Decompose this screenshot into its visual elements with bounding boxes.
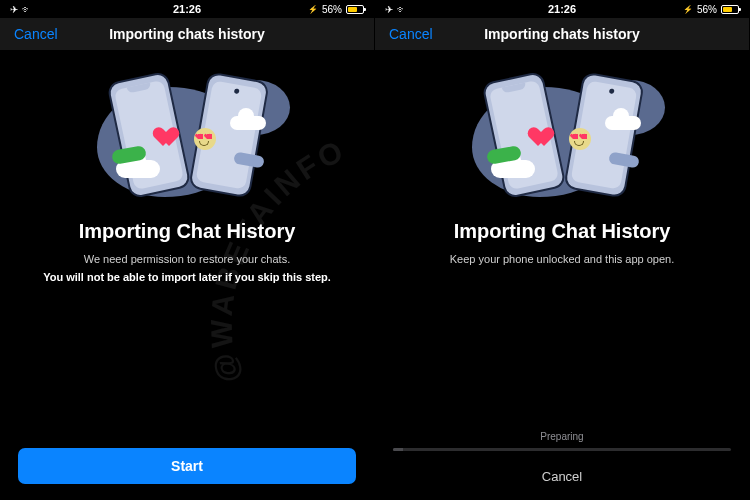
nav-cancel-button[interactable]: Cancel [0, 26, 58, 42]
nav-title: Importing chats history [484, 26, 640, 42]
page-heading: Importing Chat History [454, 220, 671, 243]
airplane-icon: ✈ [385, 4, 393, 15]
battery-percent: 56% [697, 4, 717, 15]
hero-illustration [457, 72, 667, 202]
progress-bar [393, 448, 731, 451]
status-time: 21:26 [173, 3, 201, 15]
hero-illustration [82, 72, 292, 202]
status-bar: ✈ ᯤ 21:26 ⚡ 56% [375, 0, 749, 18]
subtitle-line-1: Keep your phone unlocked and this app op… [450, 253, 674, 265]
wifi-icon: ᯤ [22, 4, 32, 15]
wifi-icon: ᯤ [397, 4, 407, 15]
battery-icon [721, 5, 739, 14]
subtitle-line-2: You will not be able to import later if … [43, 271, 331, 283]
status-bar: ✈ ᯤ 21:26 ⚡ 56% [0, 0, 374, 18]
battery-percent: 56% [322, 4, 342, 15]
nav-bar: Cancel Importing chats history [0, 18, 374, 50]
nav-cancel-button[interactable]: Cancel [375, 26, 433, 42]
charging-icon: ⚡ [683, 5, 693, 14]
heart-eyes-emoji-icon [569, 128, 591, 150]
progress-label: Preparing [540, 431, 583, 442]
subtitle-line-1: We need permission to restore your chats… [84, 253, 290, 265]
heart-eyes-emoji-icon [194, 128, 216, 150]
heart-icon [160, 128, 182, 150]
cancel-button[interactable]: Cancel [542, 469, 582, 484]
nav-bar: Cancel Importing chats history [375, 18, 749, 50]
screen-left: ✈ ᯤ 21:26 ⚡ 56% Cancel Importing chats h… [0, 0, 375, 500]
nav-title: Importing chats history [109, 26, 265, 42]
page-heading: Importing Chat History [79, 220, 296, 243]
heart-icon [535, 128, 557, 150]
charging-icon: ⚡ [308, 5, 318, 14]
status-time: 21:26 [548, 3, 576, 15]
airplane-icon: ✈ [10, 4, 18, 15]
battery-icon [346, 5, 364, 14]
screen-right: ✈ ᯤ 21:26 ⚡ 56% Cancel Importing chats h… [375, 0, 750, 500]
start-button[interactable]: Start [18, 448, 356, 484]
